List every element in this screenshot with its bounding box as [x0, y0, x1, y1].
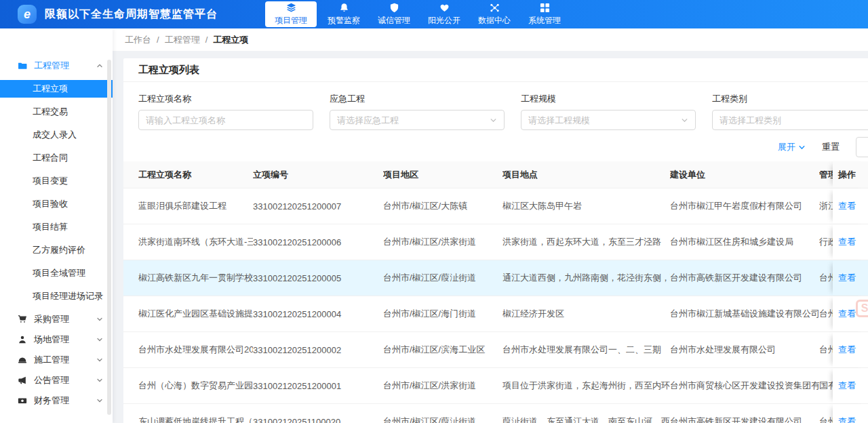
cell-code: 331002120251200005: [253, 273, 383, 283]
project-name-input[interactable]: [146, 115, 306, 125]
breadcrumb-engineering[interactable]: 工程管理: [165, 34, 200, 46]
sidebar: 工程管理 工程立项 工程交易 成交人录入 工程合同 项目变更 项目验收 项目结算…: [0, 28, 113, 423]
project-list-card: 工程立项列表 工程立项名称 应急工程: [123, 58, 868, 423]
cell-project-name: 东山调蓄低地岸线提升工程（先行段…: [138, 416, 253, 423]
tab-sunshine-disclosure[interactable]: 阳光公开: [419, 0, 469, 28]
heart-icon: [439, 3, 450, 13]
cell-builder: 台州市商贸核心区开发建设投资集团有限…: [670, 380, 819, 392]
table-row: 台州市水处理发展有限公司2026年零… 331002120251200002 台…: [123, 332, 868, 368]
sidebar-group-site[interactable]: 场地管理: [0, 331, 113, 348]
main-nav: 项目管理 预警监察 诚信管理 阳光公开 数据中心 系统管理: [263, 0, 570, 28]
chevron-down-icon: [798, 144, 806, 151]
view-link[interactable]: 查看: [838, 380, 856, 392]
project-category-select[interactable]: [712, 110, 868, 130]
table-row: 蓝眼泪俱乐部建设工程 331002120251200007 台州市/椒江区/大陈…: [123, 188, 868, 224]
filter-project-category: 工程类别: [712, 93, 868, 130]
tab-system-management[interactable]: 系统管理: [519, 0, 570, 28]
sidebar-group-label: 施工管理: [34, 354, 69, 366]
view-link[interactable]: 查看: [838, 308, 856, 320]
sidebar-item-project-settlement[interactable]: 项目结算: [0, 218, 113, 236]
view-link[interactable]: 查看: [838, 344, 856, 356]
helmet-icon: [18, 355, 27, 365]
emergency-project-select[interactable]: [330, 110, 505, 130]
cell-builder: 台州市水处理发展有限公司: [670, 344, 819, 356]
project-scale-select[interactable]: [521, 110, 696, 130]
cell-region: 台州市/椒江区/洪家街道: [383, 236, 502, 248]
cell-builder: 台州市高铁新区开发建设有限公司: [670, 272, 819, 284]
table-row: 台州（心海）数字贸易产业园区基础… 331002120251200001 台州市…: [123, 368, 868, 404]
tab-data-center[interactable]: 数据中心: [469, 0, 519, 28]
tab-label: 阳光公开: [428, 15, 460, 26]
folder-icon: [18, 61, 27, 70]
sidebar-item-project-global-management[interactable]: 项目全域管理: [0, 264, 113, 282]
view-link[interactable]: 查看: [838, 272, 856, 284]
cell-region: 台州市/椒江区/滨海工业区: [383, 344, 502, 356]
sidebar-group-label: 采购管理: [34, 313, 69, 325]
reset-button[interactable]: 重置: [822, 141, 840, 153]
view-link[interactable]: 查看: [838, 416, 856, 423]
sidebar-item-pm-entry-record[interactable]: 项目经理进场记录: [0, 287, 113, 305]
tab-project-management[interactable]: 项目管理: [265, 1, 317, 27]
expand-link[interactable]: 展开: [778, 141, 806, 153]
tab-warning-monitor[interactable]: 预警监察: [319, 0, 369, 28]
sidebar-item-project-initiation[interactable]: 工程立项: [0, 80, 113, 98]
tab-label: 诚信管理: [378, 15, 410, 26]
sidebar-item-project-contract[interactable]: 工程合同: [0, 149, 113, 167]
sidebar-group-label: 工程管理: [34, 60, 69, 72]
tab-label: 数据中心: [478, 15, 511, 26]
project-category-select-value[interactable]: [719, 115, 868, 125]
sidebar-scrollbar[interactable]: [107, 60, 111, 415]
megaphone-icon: [18, 376, 27, 385]
sidebar-group-procurement[interactable]: 采购管理: [0, 310, 113, 328]
top-header: e 限额以下全生命周期智慧监管平台 项目管理 预警监察 诚信管理 阳光公开 数据…: [0, 0, 868, 28]
table-header-row: 工程立项名称 立项编号 项目地区 项目地点 建设单位 管理 操作: [123, 161, 868, 188]
chevron-down-icon: [96, 397, 103, 404]
shield-icon: [389, 3, 399, 13]
tab-label: 预警监察: [328, 15, 360, 26]
cell-location: 项目位于洪家街道，东起海州街，西至内环路: [502, 380, 670, 392]
cell-project-name: 台州市水处理发展有限公司2026年零…: [138, 344, 253, 356]
sidebar-item-party-b-evaluation[interactable]: 乙方履约评价: [0, 241, 113, 259]
search-button[interactable]: 查询: [856, 137, 868, 157]
breadcrumb: 工作台 / 工程管理 / 工程立项: [113, 28, 868, 51]
cell-location: 台州市水处理发展有限公司一、二、三期: [502, 344, 670, 356]
grid-icon: [540, 3, 550, 13]
chevron-down-icon: [490, 117, 497, 124]
sidebar-item-project-trading[interactable]: 工程交易: [0, 103, 113, 121]
filter-project-scale: 工程规模: [521, 93, 696, 130]
network-icon: [490, 3, 500, 13]
project-scale-select-value[interactable]: [528, 115, 681, 125]
sidebar-group-engineering[interactable]: 工程管理: [0, 57, 113, 75]
layers-icon: [286, 3, 296, 13]
emergency-project-select-value[interactable]: [337, 115, 490, 125]
view-link[interactable]: 查看: [838, 236, 856, 248]
sidebar-group-finance[interactable]: 财务管理: [0, 392, 113, 409]
cell-builder: 台州市椒江新城基础设施建设有限公司: [670, 308, 819, 320]
finance-icon: [18, 396, 27, 405]
table-row: 洪家街道南环线（东环大道-三才泾路… 331002120251200006 台州…: [123, 224, 868, 260]
sidebar-item-winner-entry[interactable]: 成交人录入: [0, 126, 113, 144]
filter-bar: 工程立项名称 应急工程 工程规模: [123, 82, 868, 130]
column-header-action: 操作: [833, 161, 868, 188]
app-title: 限额以下全生命周期智慧监管平台: [45, 7, 218, 22]
breadcrumb-workbench[interactable]: 工作台: [125, 34, 151, 46]
cell-region: 台州市/椒江区/葭沚街道: [383, 272, 502, 284]
table-row: 东山调蓄低地岸线提升工程（先行段… 331002120251100020 台州市…: [123, 404, 868, 423]
sidebar-item-project-change[interactable]: 项目变更: [0, 172, 113, 190]
sidebar-group-announcement[interactable]: 公告管理: [0, 371, 113, 389]
filter-emergency-project: 应急工程: [330, 93, 505, 130]
chevron-down-icon: [96, 336, 103, 343]
expand-label: 展开: [778, 141, 795, 153]
page-title: 工程立项列表: [138, 64, 199, 77]
tab-integrity-management[interactable]: 诚信管理: [369, 0, 419, 28]
breadcrumb-current: 工程立项: [213, 34, 248, 46]
sidebar-item-project-acceptance[interactable]: 项目验收: [0, 195, 113, 213]
view-link[interactable]: 查看: [838, 200, 856, 212]
cell-project-name: 洪家街道南环线（东环大道-三才泾路…: [138, 236, 253, 248]
cart-icon: [18, 315, 27, 324]
cell-location: 椒江区大陈岛甲午岩: [502, 200, 670, 212]
sidebar-group-construction[interactable]: 施工管理: [0, 351, 113, 369]
cell-region: 台州市/椒江区/葭沚街道: [383, 416, 502, 423]
column-header: 项目地区: [383, 169, 502, 181]
cell-code: 331002120251200006: [253, 237, 383, 247]
